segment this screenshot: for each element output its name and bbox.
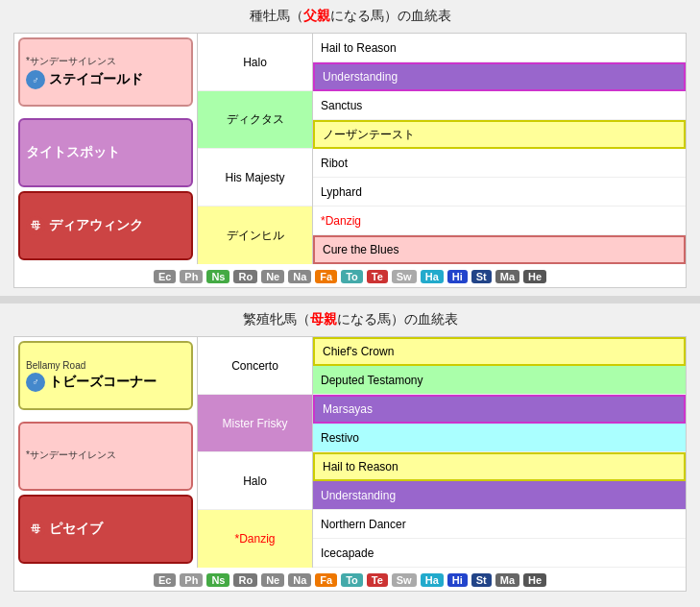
- section1-pedigree-box: *サンデーサイレンス ♂ ステイゴールド タイトスポット: [13, 33, 687, 288]
- section2-sire-box: Bellamy Road ♂ トビーズコーナー: [18, 341, 193, 410]
- legend-ma: Ma: [495, 270, 519, 283]
- section2-mid-col: Concerto Mister Frisky Halo *Danzig: [197, 337, 312, 568]
- section2-title-post: になる馬）の血統表: [337, 311, 458, 327]
- section2-damsire-box: *サンデーサイレンス: [18, 422, 193, 491]
- section1-sire-icon: ♂: [26, 70, 45, 89]
- legend2-sw: Sw: [392, 573, 417, 587]
- legend-ec: Ec: [154, 270, 176, 283]
- section1-sire-label: *サンデーサイレンス: [26, 55, 185, 68]
- section1-mid-0: Halo: [198, 34, 312, 91]
- legend-na: Na: [288, 270, 311, 283]
- section2-right-3: Restivo: [313, 424, 686, 452]
- legend-st: St: [471, 270, 492, 283]
- section1-title: 種牡馬（父親になる馬）の血統表: [10, 8, 690, 25]
- section2-mid-2: Halo: [198, 452, 312, 510]
- section1-legend: Ec Ph Ns Ro Ne Na Fa To Te Sw Ha Hi St M…: [14, 264, 686, 287]
- section2-title: 繁殖牝馬（母親になる馬）の血統表: [10, 311, 690, 328]
- section2-dam-icon: 母: [26, 520, 45, 539]
- section2: 繁殖牝馬（母親になる馬）の血統表 Bellamy Road ♂ トビーズコーナー…: [0, 304, 700, 599]
- section2-right-col: Chief's Crown Deputed Testamony Marsayas…: [312, 337, 686, 568]
- legend-sw: Sw: [392, 270, 417, 283]
- legend2-ma: Ma: [495, 573, 519, 587]
- section1: 種牡馬（父親になる馬）の血統表 *サンデーサイレンス ♂ ステイゴールド: [0, 0, 700, 296]
- legend-ph: Ph: [180, 270, 203, 283]
- legend-ne: Ne: [261, 270, 284, 283]
- section1-title-post: になる馬）の血統表: [330, 8, 451, 23]
- section2-right-0: Chief's Crown: [313, 337, 686, 366]
- section2-pedigree: Bellamy Road ♂ トビーズコーナー *サンデーサイレンス 母 ピセイ…: [14, 337, 686, 568]
- section1-right-7: Cure the Blues: [313, 235, 686, 264]
- section2-sire-name: ♂ トビーズコーナー: [26, 373, 185, 392]
- section1-dam-icon: 母: [26, 216, 45, 235]
- section2-right-4: Hail to Reason: [313, 452, 686, 481]
- section2-dam-name: 母 ピセイブ: [26, 520, 185, 539]
- section2-mid-0: Concerto: [198, 337, 312, 395]
- legend2-ns: Ns: [206, 573, 229, 587]
- section1-pedigree: *サンデーサイレンス ♂ ステイゴールド タイトスポット: [14, 34, 686, 264]
- section1-right-3: ノーザンテースト: [313, 120, 686, 149]
- section1-left-col: *サンデーサイレンス ♂ ステイゴールド タイトスポット: [14, 34, 197, 264]
- section1-mid-3: デインヒル: [198, 206, 312, 264]
- section2-title-color: 母親: [310, 311, 337, 327]
- legend2-ne: Ne: [261, 573, 284, 587]
- legend2-he: He: [523, 573, 546, 587]
- section1-title-color: 父親: [303, 8, 330, 23]
- section1-right-1: Understanding: [313, 62, 686, 91]
- section1-damsire-name: タイトスポット: [26, 144, 185, 161]
- section1-title-pre: 種牡馬（: [250, 8, 303, 23]
- spacer2: [14, 412, 197, 420]
- section1-right-2: Sanctus: [313, 91, 686, 120]
- section1-right-4: Ribot: [313, 149, 686, 178]
- legend-he: He: [523, 270, 546, 283]
- section1-mid-1: ディクタス: [198, 91, 312, 149]
- legend-fa: Fa: [315, 270, 337, 283]
- section-divider: [0, 296, 700, 304]
- section1-right-0: Hail to Reason: [313, 34, 686, 62]
- legend-to: To: [341, 270, 363, 283]
- legend-ha: Ha: [421, 270, 444, 283]
- legend2-st: St: [471, 573, 492, 587]
- section2-left-col: Bellamy Road ♂ トビーズコーナー *サンデーサイレンス 母 ピセイ…: [14, 337, 197, 568]
- section2-pedigree-box: Bellamy Road ♂ トビーズコーナー *サンデーサイレンス 母 ピセイ…: [13, 336, 687, 592]
- section2-right-2: Marsayas: [313, 395, 686, 424]
- section1-right-6: *Danzig: [313, 206, 686, 235]
- section2-dam-box: 母 ピセイブ: [18, 495, 193, 564]
- legend2-ec: Ec: [154, 573, 176, 587]
- section2-mid-1: Mister Frisky: [198, 395, 312, 452]
- section1-mid-2: His Majesty: [198, 149, 312, 206]
- section2-right-6: Northern Dancer: [313, 510, 686, 539]
- legend-ns: Ns: [206, 270, 229, 283]
- spacer1: [14, 109, 197, 116]
- legend2-ph: Ph: [180, 573, 203, 587]
- section1-right-col: Hail to Reason Understanding Sanctus ノーザ…: [312, 34, 686, 264]
- section2-right-5: Understanding: [313, 481, 686, 510]
- section2-right-1: Deputed Testamony: [313, 366, 686, 395]
- section2-legend: Ec Ph Ns Ro Ne Na Fa To Te Sw Ha Hi St M…: [14, 568, 686, 591]
- section2-mid-3: *Danzig: [198, 510, 312, 568]
- legend2-hi: Hi: [447, 573, 468, 587]
- section1-dam-box: 母 ディアウィンク: [18, 191, 193, 260]
- section2-right-7: Icecapade: [313, 539, 686, 568]
- section2-sire-icon: ♂: [26, 373, 45, 392]
- legend2-ha: Ha: [421, 573, 444, 587]
- legend2-ro: Ro: [233, 573, 257, 587]
- legend-te: Te: [367, 270, 388, 283]
- legend2-fa: Fa: [315, 573, 337, 587]
- legend-hi: Hi: [447, 270, 468, 283]
- section1-mid-col: Halo ディクタス His Majesty デインヒル: [197, 34, 312, 264]
- legend2-to: To: [341, 573, 363, 587]
- legend2-te: Te: [367, 573, 388, 587]
- legend2-na: Na: [288, 573, 311, 587]
- section1-sire-box: *サンデーサイレンス ♂ ステイゴールド: [18, 37, 193, 107]
- section1-sire-name: ♂ ステイゴールド: [26, 70, 185, 89]
- section1-dam-name: 母 ディアウィンク: [26, 216, 185, 235]
- legend-ro: Ro: [233, 270, 257, 283]
- section1-damsire-box: タイトスポット: [18, 118, 193, 187]
- section2-sire-label: Bellamy Road: [26, 360, 185, 371]
- section1-right-5: Lyphard: [313, 178, 686, 206]
- section2-title-pre: 繁殖牝馬（: [243, 311, 310, 327]
- section2-damsire-label: *サンデーサイレンス: [26, 449, 185, 462]
